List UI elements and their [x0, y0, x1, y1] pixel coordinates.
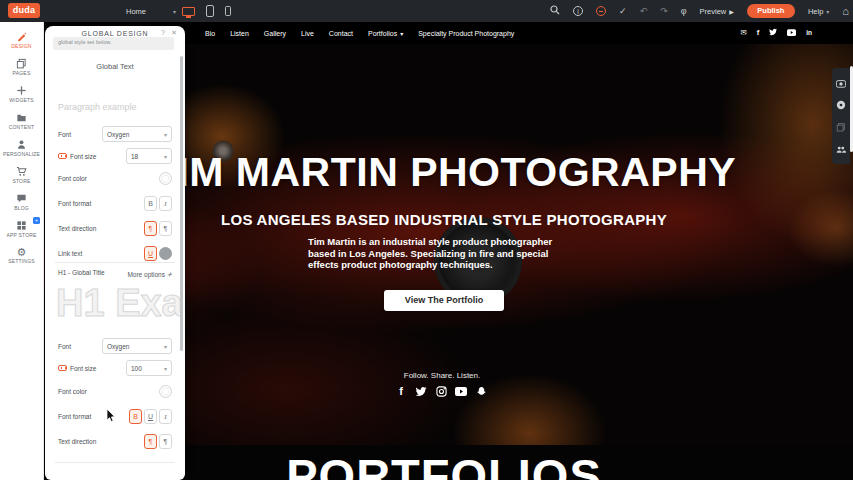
editor-sidebar: DESIGN PAGES WIDGETS CONTENT PERSONALIZE… [0, 22, 44, 480]
nav-link-gallery[interactable]: Gallery [264, 30, 286, 37]
twitter-icon[interactable] [415, 385, 427, 398]
italic-button[interactable]: I [159, 409, 172, 424]
sidebar-item-store[interactable]: STORE [0, 161, 43, 188]
bold-button[interactable]: B [144, 196, 157, 211]
color-swatch[interactable] [159, 385, 172, 398]
hero-description[interactable]: Tim Martin is an industrial style produc… [308, 236, 564, 271]
team-icon[interactable] [836, 144, 846, 154]
dashboard-home-icon[interactable]: ⌂ [842, 6, 849, 17]
desktop-view-icon[interactable] [182, 7, 195, 16]
search-icon[interactable] [550, 5, 560, 17]
bold-button[interactable]: B [129, 409, 142, 424]
comments-icon[interactable] [836, 100, 846, 110]
font-size-value: 100 [131, 365, 142, 372]
direction-rtl-button[interactable]: ¶ [159, 221, 172, 236]
duda-logo[interactable]: duda [8, 3, 40, 18]
page-selector-dropdown[interactable]: Home ▾ [122, 3, 180, 19]
youtube-icon[interactable] [787, 29, 796, 38]
facebook-icon[interactable]: f [757, 29, 760, 37]
label-text: Font size [70, 365, 96, 372]
view-portfolio-button[interactable]: View The Portfolio [384, 290, 504, 311]
connected-style-icon [58, 153, 67, 159]
snapchat-icon[interactable] [475, 385, 487, 398]
preview-label: Preview [700, 7, 727, 16]
section-divider [55, 462, 175, 463]
help-icon[interactable]: ? [161, 29, 165, 36]
direction-ltr-button[interactable]: ¶ [144, 221, 157, 236]
done-check-icon[interactable]: ✓ [619, 7, 627, 16]
chevron-down-icon: ▾ [164, 131, 167, 138]
h1-font-size-dropdown[interactable]: 100 ▾ [126, 360, 172, 376]
toolbar-actions: i ✓ ↶ ↷ φ Preview ▶ Publish Help ▾ ⌂ [550, 0, 849, 22]
linkedin-icon[interactable]: in [806, 30, 812, 37]
dev-mode-icon[interactable]: φ [681, 7, 687, 16]
nav-link-bio[interactable]: Bio [205, 30, 215, 37]
font-color-row: Font color [58, 172, 172, 185]
folder-icon [16, 112, 27, 123]
sidebar-item-app-store[interactable]: + APP STORE [0, 215, 43, 242]
font-dropdown[interactable]: Oxygen ▾ [102, 126, 172, 142]
link-color-swatch[interactable] [159, 247, 172, 260]
sidebar-item-settings[interactable]: ⚙ SETTINGS [0, 242, 43, 269]
h1-font-size-row: Font size 100 ▾ [58, 360, 172, 376]
h1-text-direction-row: Text direction ¶ ¶ [58, 434, 172, 449]
youtube-icon[interactable] [455, 385, 467, 398]
font-format-label: Font format [58, 200, 91, 207]
h1-section-header[interactable]: H1 - Global Title ▴ [58, 269, 172, 276]
sidebar-label: STORE [12, 178, 30, 184]
twitter-icon[interactable] [769, 28, 777, 38]
publish-button[interactable]: Publish [747, 4, 795, 18]
label-text: Font size [70, 153, 96, 160]
italic-button[interactable]: I [159, 196, 172, 211]
help-menu[interactable]: Help ▾ [808, 7, 829, 16]
preview-button[interactable]: Preview ▶ [700, 7, 734, 16]
nav-link-specialty[interactable]: Specialty Product Photography [418, 30, 514, 37]
mouse-cursor [106, 409, 116, 427]
sidebar-item-pages[interactable]: PAGES [0, 53, 43, 80]
color-swatch[interactable] [159, 172, 172, 185]
sidebar-item-blog[interactable]: BLOG [0, 188, 43, 215]
panel-scrollbar[interactable] [180, 56, 183, 351]
section-divider [55, 262, 175, 263]
mobile-view-icon[interactable] [225, 6, 231, 16]
underline-button[interactable]: U [144, 409, 157, 424]
media-icon[interactable] [836, 78, 846, 88]
nav-link-listen[interactable]: Listen [230, 30, 249, 37]
link-text-row: Link text U [58, 246, 172, 261]
direction-ltr-button[interactable]: ¶ [144, 434, 157, 449]
chevron-up-icon: ▴ [169, 269, 172, 276]
chevron-down-icon: ▾ [400, 30, 403, 37]
h1-section-label: H1 - Global Title [58, 269, 105, 276]
h1-font-row: Font Oxygen ▾ [58, 338, 172, 354]
nav-link-contact[interactable]: Contact [329, 30, 353, 37]
speech-bubble-icon [16, 193, 27, 204]
sidebar-item-design[interactable]: DESIGN [0, 26, 43, 53]
direction-rtl-button[interactable]: ¶ [159, 434, 172, 449]
nav-link-live[interactable]: Live [301, 30, 314, 37]
play-icon: ▶ [729, 8, 734, 15]
nav-link-portfolios[interactable]: Portfolios ▾ [368, 30, 403, 37]
info-icon[interactable]: i [573, 6, 583, 16]
facebook-icon[interactable]: f [395, 385, 407, 398]
panel-note-text: global style set below. [58, 39, 112, 45]
undo-icon[interactable]: ↶ [640, 7, 648, 16]
panel-note-card: global style set below. [53, 37, 174, 50]
redo-icon[interactable]: ↷ [660, 7, 668, 16]
comments-mode-icon[interactable] [596, 6, 606, 16]
paragraph-style-preview: Paragraph example [58, 102, 137, 112]
close-icon[interactable]: ✕ [171, 29, 177, 37]
layers-icon[interactable] [836, 122, 846, 132]
font-size-dropdown[interactable]: 18 ▾ [126, 148, 172, 164]
chevron-down-icon: ▾ [173, 8, 176, 15]
tablet-view-icon[interactable] [206, 5, 214, 17]
link-underline-button[interactable]: U [144, 246, 157, 261]
chevron-down-icon: ▾ [826, 8, 829, 15]
sidebar-item-widgets[interactable]: WIDGETS [0, 80, 43, 107]
sidebar-item-personalize[interactable]: PERSONALIZE [0, 134, 43, 161]
email-icon[interactable]: ✉ [740, 29, 746, 37]
site-nav-social: ✉ f in [740, 22, 812, 44]
sidebar-item-content[interactable]: CONTENT [0, 107, 43, 134]
person-icon [16, 139, 27, 150]
h1-font-dropdown[interactable]: Oxygen ▾ [102, 338, 172, 354]
instagram-icon[interactable] [435, 385, 447, 398]
